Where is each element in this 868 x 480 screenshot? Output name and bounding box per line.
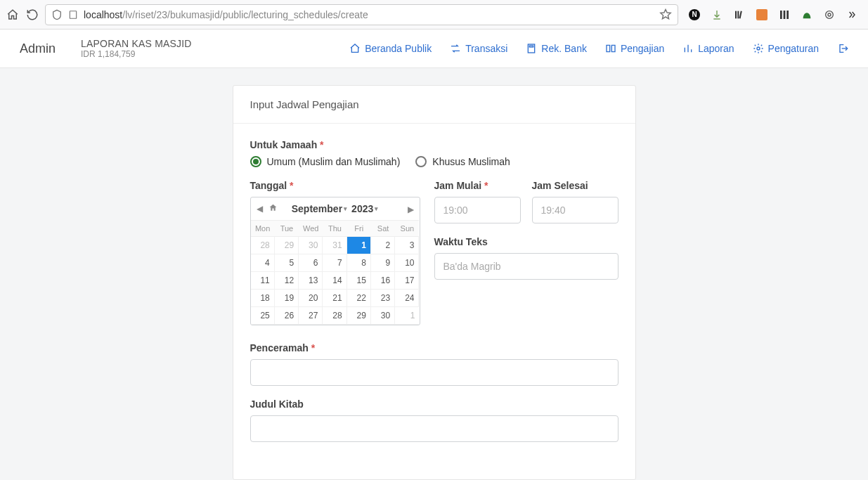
jam-mulai-input[interactable] <box>434 197 521 223</box>
cal-day[interactable]: 5 <box>275 254 299 272</box>
cal-day[interactable]: 12 <box>275 272 299 290</box>
cal-dow: Thu <box>323 220 346 237</box>
cal-day[interactable]: 27 <box>299 307 323 325</box>
url-bar[interactable]: localhost/lv/riset/23/bukumasjid/public/… <box>45 4 678 25</box>
toolbar-right: N <box>684 8 862 21</box>
radio-umum[interactable]: Umum (Muslim dan Muslimah) <box>250 156 401 167</box>
cal-day[interactable]: 21 <box>323 290 346 307</box>
page-body: Input Jadwal Pengajian Untuk Jamaah * Um… <box>0 68 868 480</box>
brand-block[interactable]: LAPORAN KAS MASJID IDR 1,184,759 <box>81 38 192 59</box>
cal-day[interactable]: 8 <box>347 254 371 272</box>
nav-logout[interactable] <box>837 43 848 54</box>
waktu-teks-label: Waktu Teks <box>434 236 618 247</box>
cal-day[interactable]: 17 <box>395 272 419 290</box>
extension-dome-icon[interactable] <box>801 8 813 21</box>
admin-label[interactable]: Admin <box>20 41 56 56</box>
home-icon[interactable] <box>6 8 20 22</box>
reload-icon[interactable] <box>25 8 39 22</box>
browser-toolbar: localhost/lv/riset/23/bukumasjid/public/… <box>0 0 868 30</box>
nav-laporan[interactable]: Laporan <box>682 43 734 54</box>
main-nav: Beranda Publik Transaksi Rek. Bank Penga… <box>349 43 848 54</box>
brand-balance: IDR 1,184,759 <box>81 49 192 59</box>
datepicker: ◀ September▾ 2023▾ ▶ MonTueWedThuFriSatS… <box>250 197 420 325</box>
cal-day[interactable]: 22 <box>347 290 371 307</box>
cal-day[interactable]: 18 <box>251 290 275 307</box>
radio-off-icon <box>415 156 427 167</box>
bookmark-star-icon[interactable] <box>659 8 672 21</box>
svg-rect-10 <box>530 46 533 47</box>
cal-day[interactable]: 30 <box>371 307 395 325</box>
nav-rekbank[interactable]: Rek. Bank <box>526 43 587 54</box>
cal-day[interactable]: 4 <box>251 254 275 272</box>
cal-day[interactable]: 28 <box>251 237 275 254</box>
app-header: Admin LAPORAN KAS MASJID IDR 1,184,759 B… <box>0 30 868 68</box>
cal-day[interactable]: 26 <box>275 307 299 325</box>
nav-label: Pengajian <box>621 43 664 54</box>
cal-day[interactable]: 10 <box>395 254 419 272</box>
nav-transaksi[interactable]: Transaksi <box>450 43 507 54</box>
svg-rect-2 <box>737 11 739 18</box>
overflow-icon[interactable] <box>846 8 858 21</box>
cal-month-select[interactable]: September▾ <box>292 203 347 214</box>
library-icon[interactable] <box>733 8 746 21</box>
svg-rect-4 <box>780 11 782 19</box>
extension-grid-icon[interactable] <box>778 8 791 21</box>
svg-point-11 <box>757 47 760 50</box>
cal-year-select[interactable]: 2023▾ <box>351 203 378 214</box>
cal-dow: Sat <box>371 220 395 237</box>
cal-prev-icon[interactable]: ◀ <box>257 204 263 214</box>
cal-day[interactable]: 31 <box>323 237 346 254</box>
cal-day[interactable]: 7 <box>323 254 346 272</box>
field-jamaah: Untuk Jamaah * Umum (Muslim dan Muslimah… <box>250 139 618 167</box>
cal-day[interactable]: 13 <box>299 272 323 290</box>
nav-label: Transaksi <box>465 43 507 54</box>
radio-muslimah[interactable]: Khusus Muslimah <box>415 156 510 167</box>
waktu-teks-input[interactable] <box>434 253 618 280</box>
extension-circle-icon[interactable] <box>823 8 836 21</box>
cal-day[interactable]: 24 <box>395 290 419 307</box>
cal-day[interactable]: 6 <box>299 254 323 272</box>
judul-kitab-label: Judul Kitab <box>250 398 618 410</box>
cal-day[interactable]: 28 <box>323 307 346 325</box>
cal-day[interactable]: 23 <box>371 290 395 307</box>
cal-day[interactable]: 2 <box>371 237 395 254</box>
cal-day[interactable]: 15 <box>347 272 371 290</box>
nav-label: Pengaturan <box>768 43 819 54</box>
extension-n-icon[interactable]: N <box>688 8 701 21</box>
cal-day[interactable]: 14 <box>323 272 346 290</box>
extension-rss-icon[interactable] <box>756 8 768 21</box>
jam-selesai-input[interactable] <box>532 197 618 223</box>
nav-label: Beranda Publik <box>365 43 432 54</box>
shield-icon <box>51 9 63 20</box>
judul-kitab-input[interactable] <box>250 415 618 442</box>
cal-home-icon[interactable] <box>268 203 278 214</box>
cal-day[interactable]: 29 <box>347 307 371 325</box>
nav-beranda[interactable]: Beranda Publik <box>349 43 432 54</box>
cal-day[interactable]: 9 <box>371 254 395 272</box>
nav-label: Laporan <box>698 43 734 54</box>
jamaah-label: Untuk Jamaah * <box>250 139 618 150</box>
cal-next-icon[interactable]: ▶ <box>408 205 414 214</box>
cal-day[interactable]: 3 <box>395 237 419 254</box>
cal-day[interactable]: 16 <box>371 272 395 290</box>
cal-day[interactable]: 11 <box>251 272 275 290</box>
cal-day[interactable]: 20 <box>299 290 323 307</box>
card-title: Input Jadwal Pengajian <box>233 86 635 124</box>
radio-label: Khusus Muslimah <box>432 156 510 167</box>
penceramah-input[interactable] <box>250 359 618 386</box>
cal-day[interactable]: 1 <box>395 307 419 325</box>
url-text: localhost/lv/riset/23/bukumasjid/public/… <box>84 9 654 20</box>
tanggal-label: Tanggal * <box>250 180 420 191</box>
brand-title: LAPORAN KAS MASJID <box>81 38 192 49</box>
jam-selesai-label: Jam Selesai <box>532 180 618 191</box>
nav-pengajian[interactable]: Pengajian <box>605 43 664 54</box>
download-icon[interactable] <box>711 8 723 21</box>
cal-day[interactable]: 30 <box>299 237 323 254</box>
svg-rect-3 <box>739 11 742 18</box>
cal-day[interactable]: 19 <box>275 290 299 307</box>
cal-day[interactable]: 29 <box>275 237 299 254</box>
nav-pengaturan[interactable]: Pengaturan <box>753 43 819 54</box>
jam-mulai-label: Jam Mulai * <box>434 180 521 191</box>
cal-day[interactable]: 25 <box>251 307 275 325</box>
cal-day[interactable]: 1 <box>347 237 371 254</box>
